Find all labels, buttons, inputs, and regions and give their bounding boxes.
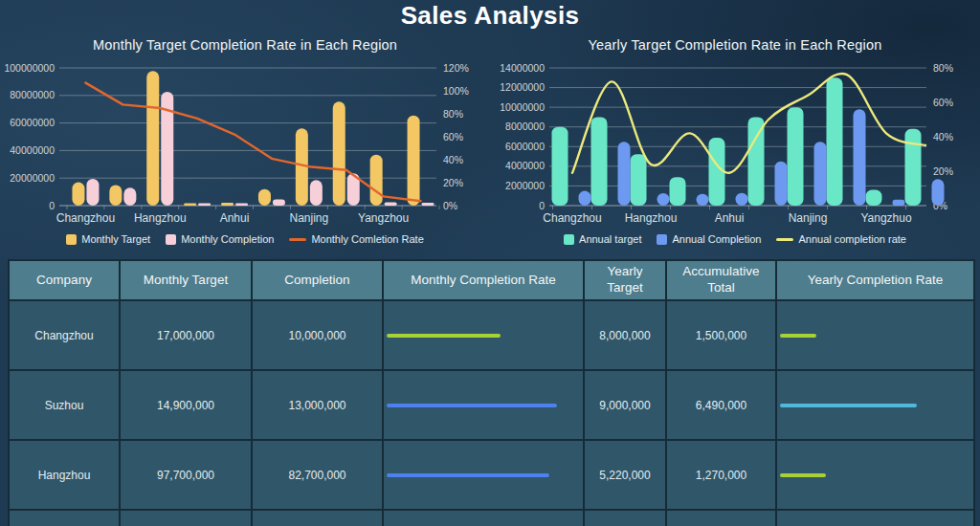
monthly-target-cell: 97,700,000: [120, 440, 252, 510]
bar: [258, 189, 271, 206]
bar: [552, 127, 568, 206]
bar: [932, 179, 945, 206]
bar: [657, 193, 670, 206]
bar: [422, 203, 434, 206]
legend-item[interactable]: Monthly Completion: [166, 233, 274, 245]
yearly-chart-legend: Annual targetAnnual CompletionAnnual com…: [490, 231, 980, 247]
legend-square-swatch: [657, 234, 667, 245]
legend-item[interactable]: Annual target: [564, 233, 641, 245]
bar: [109, 185, 122, 206]
bar: [333, 101, 345, 206]
yearly-rate-cell: [776, 440, 974, 510]
completion-cell: [252, 510, 383, 526]
bar: [146, 71, 159, 206]
left-axis-tick-labels: 1400000012000000100000008000000600000040…: [500, 62, 545, 211]
svg-text:0: 0: [49, 200, 55, 211]
yearly-chart-canvas: 1400000012000000100000008000000600000040…: [490, 57, 980, 231]
legend-label: Monthly Target: [81, 233, 150, 245]
bar: [198, 204, 211, 207]
bar: [670, 177, 686, 206]
svg-text:Nanjing: Nanjing: [289, 211, 328, 225]
page-title: Sales Analysis: [0, 0, 980, 29]
monthly-target-cell: 14,900,000: [120, 370, 252, 440]
svg-text:80000000: 80000000: [10, 89, 55, 100]
svg-text:20%: 20%: [933, 165, 953, 177]
bar: [72, 183, 84, 206]
completion-cell: 82,700,000: [252, 440, 383, 510]
svg-text:12000000: 12000000: [500, 81, 545, 93]
legend-item[interactable]: Monthly Target: [66, 233, 150, 245]
bar: [273, 200, 285, 206]
svg-text:Nanjing: Nanjing: [789, 211, 828, 225]
legend-item[interactable]: Monthly Comletion Rate: [289, 233, 423, 245]
svg-text:4000000: 4000000: [505, 160, 545, 171]
legend-line-swatch: [289, 238, 306, 241]
col-header-accumulative-total: Accumulative Total: [666, 260, 776, 300]
monthly-rate-cell: [383, 370, 584, 440]
bar: [827, 77, 843, 206]
company-cell: Suzhou: [9, 370, 120, 440]
bar: [221, 203, 234, 206]
svg-text:60%: 60%: [443, 131, 463, 142]
bar: [385, 202, 397, 206]
legend-label: Annual Completion: [672, 233, 761, 245]
svg-text:Hangzhou: Hangzhou: [134, 211, 187, 225]
legend-label: Annual target: [579, 233, 641, 245]
bar: [631, 154, 647, 206]
yearly-target-cell: 5,220,000: [584, 440, 666, 510]
yearly-target-cell: 8,000,000: [584, 300, 666, 370]
bar: [775, 162, 788, 206]
sales-table-wrap: Company Monthly Target Completion Monthl…: [8, 259, 973, 526]
bar: [370, 155, 383, 206]
legend-item[interactable]: Annual Completion: [657, 233, 761, 245]
x-axis-labels: ChangzhouHangzhouAnhuiNanjingYangzhou: [56, 211, 409, 225]
svg-text:Yangzhuo: Yangzhuo: [860, 211, 911, 225]
accumulative-total-cell: [666, 510, 776, 526]
sales-table: Company Monthly Target Completion Monthl…: [8, 259, 975, 526]
left-axis-tick-labels: 1000000008000000060000000400000002000000…: [4, 62, 55, 211]
col-header-yearly-completion-rate: Yearly Completion Rate: [776, 260, 974, 300]
bar: [591, 117, 608, 206]
accumulative-total-cell: 6,490,000: [666, 370, 776, 440]
bar: [697, 194, 709, 206]
svg-text:0: 0: [539, 200, 545, 211]
legend-square-swatch: [166, 234, 176, 245]
table-row-suzhou: Suzhou 14,900,000 13,000,000 9,000,000 6…: [9, 370, 974, 440]
monthly-chart-canvas: 1000000008000000060000000400000002000000…: [0, 57, 490, 231]
col-header-yearly-target: Yearly Target: [584, 260, 666, 300]
legend-label: Monthly Comletion Rate: [311, 233, 423, 245]
bar: [86, 179, 99, 206]
right-axis-tick-labels: 120%100%80%60%40%20%0%: [443, 62, 469, 211]
svg-text:Anhui: Anhui: [220, 211, 250, 225]
svg-text:80%: 80%: [933, 62, 953, 74]
bar-series-0: [552, 77, 922, 206]
svg-text:100000000: 100000000: [4, 62, 55, 74]
accumulative-total-cell: 1,500,000: [666, 300, 776, 370]
bar: [893, 200, 905, 206]
x-axis-labels: ChangzhouHangzhouAnhuiNanjingYangzhuo: [543, 211, 912, 225]
bar: [788, 107, 804, 206]
svg-text:0%: 0%: [443, 200, 457, 211]
charts-row: Monthly Target Completion Rate in Each R…: [0, 29, 980, 247]
svg-text:Changzhou: Changzhou: [56, 211, 115, 225]
bar: [618, 142, 631, 206]
monthly-target-cell: [120, 510, 252, 526]
monthly-rate-cell: [383, 300, 584, 370]
completion-cell: 13,000,000: [252, 370, 383, 440]
bar: [814, 142, 827, 206]
monthly-rate-spark-line: [387, 404, 557, 407]
legend-item[interactable]: Annual completion rate: [776, 233, 906, 245]
bar: [736, 193, 748, 206]
col-header-company: Company: [9, 260, 120, 300]
svg-text:Anhui: Anhui: [715, 211, 745, 225]
completion-cell: 10,000,000: [252, 300, 383, 370]
yearly-rate-cell: [776, 370, 974, 440]
legend-square-swatch: [564, 234, 574, 245]
yearly-rate-cell: [776, 300, 974, 370]
svg-text:Hangzhou: Hangzhou: [625, 211, 678, 225]
legend-square-swatch: [66, 234, 77, 245]
svg-text:2000000: 2000000: [505, 180, 545, 191]
svg-text:100%: 100%: [443, 85, 469, 97]
bar: [579, 191, 591, 206]
monthly-rate-spark-line: [387, 334, 501, 338]
